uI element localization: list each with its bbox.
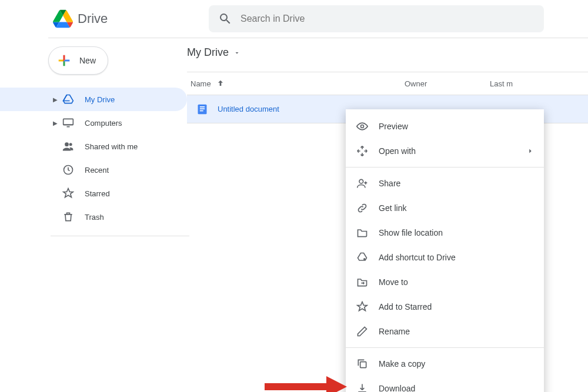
ctx-label: Download (379, 384, 415, 392)
star-icon (356, 301, 368, 313)
ctx-preview[interactable]: Preview (346, 114, 544, 139)
ctx-make-copy[interactable]: Make a copy (346, 351, 544, 376)
svg-rect-5 (200, 106, 205, 108)
breadcrumb[interactable]: My Drive (187, 46, 588, 59)
sidebar-divider (51, 236, 189, 236)
sidebar-item-label: Trash (85, 213, 104, 222)
sort-arrow-up-icon (216, 79, 225, 88)
sidebar-item-label: Recent (85, 166, 109, 175)
clock-icon (62, 164, 74, 176)
col-last-label: Last m (490, 79, 513, 88)
header: Drive (0, 0, 588, 38)
table-header: Name Owner Last m (187, 72, 588, 95)
drive-logo-icon (53, 9, 73, 29)
annotation-arrow-icon (265, 375, 347, 392)
sidebar-item-label: Shared with me (85, 142, 138, 151)
search-bar[interactable] (209, 5, 544, 32)
sidebar-item-trash[interactable]: Trash (0, 205, 187, 229)
ctx-separator (346, 347, 544, 348)
sidebar-item-recent[interactable]: Recent (0, 158, 187, 182)
svg-point-9 (359, 179, 363, 183)
ctx-label: Make a copy (379, 359, 425, 368)
sidebar-item-shared[interactable]: Shared with me (0, 135, 187, 158)
ctx-share[interactable]: Share (346, 171, 544, 196)
file-name: Untitled document (218, 105, 279, 113)
caret-down-icon (233, 49, 240, 56)
link-icon (356, 202, 368, 214)
ctx-get-link[interactable]: Get link (346, 196, 544, 220)
sidebar-item-computers[interactable]: ▶ Computers (0, 111, 187, 135)
computer-icon (62, 117, 74, 129)
svg-point-1 (65, 142, 69, 146)
svg-point-8 (361, 125, 364, 128)
col-owner[interactable]: Owner (405, 79, 490, 88)
drive-icon (62, 93, 74, 105)
breadcrumb-label: My Drive (187, 46, 229, 59)
sidebar-list: ▶ My Drive ▶ Computers Shared with me Re… (48, 88, 187, 229)
svg-rect-7 (200, 110, 203, 111)
svg-rect-0 (64, 119, 74, 125)
svg-rect-6 (200, 108, 205, 109)
chevron-right-icon (526, 147, 534, 155)
col-last-modified[interactable]: Last m (490, 79, 522, 88)
ctx-move-to[interactable]: Move to (346, 270, 544, 294)
svg-marker-12 (326, 376, 347, 392)
logo-area[interactable]: Drive (53, 9, 209, 29)
search-input[interactable] (240, 14, 534, 24)
move-icon (356, 276, 368, 288)
new-label: New (79, 56, 96, 65)
col-name-label: Name (191, 79, 211, 88)
expand-triangle-icon[interactable]: ▶ (53, 96, 58, 103)
sidebar-item-starred[interactable]: Starred (0, 182, 187, 205)
ctx-rename[interactable]: Rename (346, 319, 544, 344)
trash-icon (62, 211, 74, 223)
ctx-separator (346, 167, 544, 167)
ctx-label: Move to (379, 277, 408, 287)
sidebar-item-label: Starred (85, 189, 110, 198)
new-button[interactable]: New (48, 46, 108, 75)
eye-icon (356, 120, 368, 132)
sidebar-item-my-drive[interactable]: ▶ My Drive (0, 88, 187, 111)
ctx-add-starred[interactable]: Add to Starred (346, 294, 544, 319)
plus-icon (56, 52, 72, 69)
ctx-label: Share (379, 179, 400, 188)
ctx-label: Open with (379, 146, 416, 156)
ctx-add-shortcut[interactable]: Add shortcut to Drive (346, 245, 544, 270)
star-icon (62, 187, 74, 199)
ctx-show-location[interactable]: Show file location (346, 220, 544, 245)
app-name: Drive (78, 11, 108, 26)
docs-file-icon (196, 103, 208, 115)
ctx-label: Preview (379, 122, 408, 131)
ctx-download[interactable]: Download (346, 376, 544, 392)
search-icon (218, 12, 232, 26)
copy-icon (356, 358, 368, 370)
context-menu: Preview Open with Share Get link Show fi… (346, 109, 544, 392)
ctx-label: Get link (379, 203, 406, 213)
sidebar-item-label: Computers (85, 119, 122, 128)
col-name[interactable]: Name (187, 79, 405, 88)
sidebar-item-label: My Drive (85, 95, 115, 104)
person-add-icon (356, 177, 368, 189)
openwith-icon (356, 145, 368, 157)
ctx-label: Add shortcut to Drive (379, 253, 456, 262)
pencil-icon (356, 326, 368, 337)
ctx-open-with[interactable]: Open with (346, 139, 544, 163)
people-icon (62, 140, 74, 152)
svg-rect-10 (360, 362, 366, 368)
download-icon (356, 383, 368, 392)
svg-point-2 (69, 143, 72, 146)
ctx-label: Show file location (379, 228, 443, 237)
ctx-label: Add to Starred (379, 302, 432, 311)
col-owner-label: Owner (405, 79, 427, 88)
sidebar: New ▶ My Drive ▶ Computers Shared with m… (0, 38, 187, 236)
expand-triangle-icon[interactable]: ▶ (53, 120, 58, 126)
ctx-label: Rename (379, 327, 410, 336)
shortcut-icon (356, 252, 368, 263)
folder-icon (356, 227, 368, 239)
